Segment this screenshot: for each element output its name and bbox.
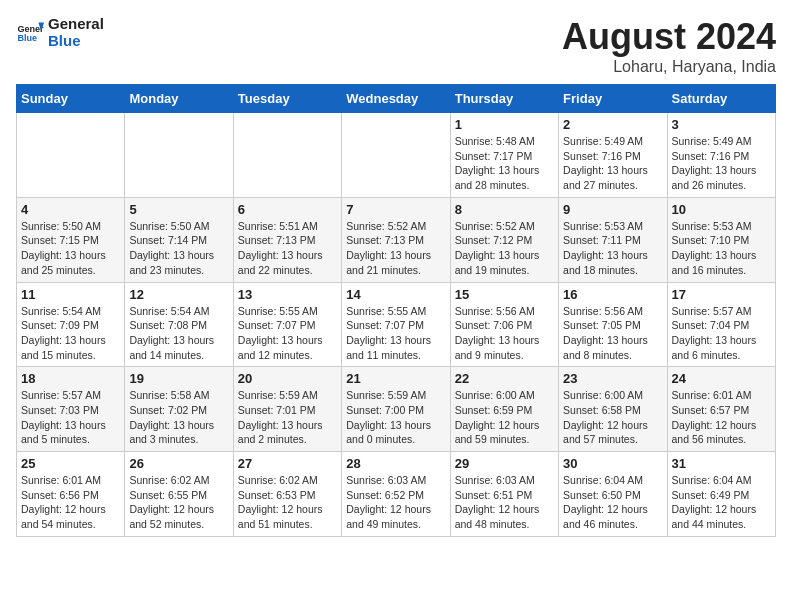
day-number: 1 — [455, 117, 554, 132]
calendar-subtitle: Loharu, Haryana, India — [562, 58, 776, 76]
logo-general-text: General — [48, 16, 104, 33]
calendar-header: SundayMondayTuesdayWednesdayThursdayFrid… — [17, 85, 776, 113]
day-number: 29 — [455, 456, 554, 471]
day-number: 20 — [238, 371, 337, 386]
day-number: 14 — [346, 287, 445, 302]
header-wednesday: Wednesday — [342, 85, 450, 113]
day-number: 19 — [129, 371, 228, 386]
day-info: Sunrise: 6:01 AM Sunset: 6:56 PM Dayligh… — [21, 473, 120, 532]
day-info: Sunrise: 6:01 AM Sunset: 6:57 PM Dayligh… — [672, 388, 771, 447]
day-info: Sunrise: 6:04 AM Sunset: 6:50 PM Dayligh… — [563, 473, 662, 532]
logo-icon: General Blue — [16, 19, 44, 47]
calendar-table: SundayMondayTuesdayWednesdayThursdayFrid… — [16, 84, 776, 537]
day-cell: 14Sunrise: 5:55 AM Sunset: 7:07 PM Dayli… — [342, 282, 450, 367]
header-row: SundayMondayTuesdayWednesdayThursdayFrid… — [17, 85, 776, 113]
day-number: 8 — [455, 202, 554, 217]
day-info: Sunrise: 5:59 AM Sunset: 7:01 PM Dayligh… — [238, 388, 337, 447]
day-number: 5 — [129, 202, 228, 217]
day-info: Sunrise: 5:59 AM Sunset: 7:00 PM Dayligh… — [346, 388, 445, 447]
day-info: Sunrise: 5:51 AM Sunset: 7:13 PM Dayligh… — [238, 219, 337, 278]
logo: General Blue General Blue — [16, 16, 104, 49]
week-row-5: 25Sunrise: 6:01 AM Sunset: 6:56 PM Dayli… — [17, 452, 776, 537]
day-info: Sunrise: 5:57 AM Sunset: 7:04 PM Dayligh… — [672, 304, 771, 363]
header-sunday: Sunday — [17, 85, 125, 113]
header-monday: Monday — [125, 85, 233, 113]
day-info: Sunrise: 5:56 AM Sunset: 7:06 PM Dayligh… — [455, 304, 554, 363]
day-cell: 4Sunrise: 5:50 AM Sunset: 7:15 PM Daylig… — [17, 197, 125, 282]
day-cell: 22Sunrise: 6:00 AM Sunset: 6:59 PM Dayli… — [450, 367, 558, 452]
day-info: Sunrise: 5:49 AM Sunset: 7:16 PM Dayligh… — [563, 134, 662, 193]
week-row-3: 11Sunrise: 5:54 AM Sunset: 7:09 PM Dayli… — [17, 282, 776, 367]
day-cell: 26Sunrise: 6:02 AM Sunset: 6:55 PM Dayli… — [125, 452, 233, 537]
day-number: 30 — [563, 456, 662, 471]
day-cell: 28Sunrise: 6:03 AM Sunset: 6:52 PM Dayli… — [342, 452, 450, 537]
day-cell: 5Sunrise: 5:50 AM Sunset: 7:14 PM Daylig… — [125, 197, 233, 282]
day-number: 23 — [563, 371, 662, 386]
day-cell: 19Sunrise: 5:58 AM Sunset: 7:02 PM Dayli… — [125, 367, 233, 452]
day-number: 15 — [455, 287, 554, 302]
day-cell: 30Sunrise: 6:04 AM Sunset: 6:50 PM Dayli… — [559, 452, 667, 537]
day-info: Sunrise: 6:00 AM Sunset: 6:58 PM Dayligh… — [563, 388, 662, 447]
day-number: 24 — [672, 371, 771, 386]
day-info: Sunrise: 5:54 AM Sunset: 7:08 PM Dayligh… — [129, 304, 228, 363]
day-cell: 2Sunrise: 5:49 AM Sunset: 7:16 PM Daylig… — [559, 113, 667, 198]
header-saturday: Saturday — [667, 85, 775, 113]
day-info: Sunrise: 6:02 AM Sunset: 6:53 PM Dayligh… — [238, 473, 337, 532]
day-number: 2 — [563, 117, 662, 132]
day-info: Sunrise: 5:55 AM Sunset: 7:07 PM Dayligh… — [346, 304, 445, 363]
day-cell: 20Sunrise: 5:59 AM Sunset: 7:01 PM Dayli… — [233, 367, 341, 452]
day-number: 18 — [21, 371, 120, 386]
day-info: Sunrise: 6:03 AM Sunset: 6:51 PM Dayligh… — [455, 473, 554, 532]
day-number: 7 — [346, 202, 445, 217]
day-info: Sunrise: 5:52 AM Sunset: 7:12 PM Dayligh… — [455, 219, 554, 278]
day-number: 3 — [672, 117, 771, 132]
day-info: Sunrise: 5:50 AM Sunset: 7:15 PM Dayligh… — [21, 219, 120, 278]
day-cell: 21Sunrise: 5:59 AM Sunset: 7:00 PM Dayli… — [342, 367, 450, 452]
day-number: 6 — [238, 202, 337, 217]
day-number: 21 — [346, 371, 445, 386]
day-info: Sunrise: 5:58 AM Sunset: 7:02 PM Dayligh… — [129, 388, 228, 447]
day-cell: 8Sunrise: 5:52 AM Sunset: 7:12 PM Daylig… — [450, 197, 558, 282]
day-info: Sunrise: 5:56 AM Sunset: 7:05 PM Dayligh… — [563, 304, 662, 363]
logo-blue-text: Blue — [48, 33, 104, 50]
day-info: Sunrise: 5:50 AM Sunset: 7:14 PM Dayligh… — [129, 219, 228, 278]
day-cell — [125, 113, 233, 198]
day-cell: 31Sunrise: 6:04 AM Sunset: 6:49 PM Dayli… — [667, 452, 775, 537]
day-cell: 17Sunrise: 5:57 AM Sunset: 7:04 PM Dayli… — [667, 282, 775, 367]
day-cell: 13Sunrise: 5:55 AM Sunset: 7:07 PM Dayli… — [233, 282, 341, 367]
week-row-4: 18Sunrise: 5:57 AM Sunset: 7:03 PM Dayli… — [17, 367, 776, 452]
day-number: 31 — [672, 456, 771, 471]
day-number: 25 — [21, 456, 120, 471]
header-tuesday: Tuesday — [233, 85, 341, 113]
day-cell: 6Sunrise: 5:51 AM Sunset: 7:13 PM Daylig… — [233, 197, 341, 282]
day-cell: 16Sunrise: 5:56 AM Sunset: 7:05 PM Dayli… — [559, 282, 667, 367]
day-info: Sunrise: 5:54 AM Sunset: 7:09 PM Dayligh… — [21, 304, 120, 363]
day-cell: 1Sunrise: 5:48 AM Sunset: 7:17 PM Daylig… — [450, 113, 558, 198]
day-cell: 15Sunrise: 5:56 AM Sunset: 7:06 PM Dayli… — [450, 282, 558, 367]
day-number: 9 — [563, 202, 662, 217]
day-cell: 3Sunrise: 5:49 AM Sunset: 7:16 PM Daylig… — [667, 113, 775, 198]
day-number: 16 — [563, 287, 662, 302]
header-thursday: Thursday — [450, 85, 558, 113]
day-cell — [342, 113, 450, 198]
day-info: Sunrise: 5:48 AM Sunset: 7:17 PM Dayligh… — [455, 134, 554, 193]
day-cell: 27Sunrise: 6:02 AM Sunset: 6:53 PM Dayli… — [233, 452, 341, 537]
day-cell: 12Sunrise: 5:54 AM Sunset: 7:08 PM Dayli… — [125, 282, 233, 367]
day-number: 28 — [346, 456, 445, 471]
day-info: Sunrise: 5:55 AM Sunset: 7:07 PM Dayligh… — [238, 304, 337, 363]
day-number: 22 — [455, 371, 554, 386]
svg-text:Blue: Blue — [17, 33, 37, 43]
day-cell: 9Sunrise: 5:53 AM Sunset: 7:11 PM Daylig… — [559, 197, 667, 282]
day-cell: 10Sunrise: 5:53 AM Sunset: 7:10 PM Dayli… — [667, 197, 775, 282]
day-info: Sunrise: 6:00 AM Sunset: 6:59 PM Dayligh… — [455, 388, 554, 447]
day-cell — [17, 113, 125, 198]
day-info: Sunrise: 5:57 AM Sunset: 7:03 PM Dayligh… — [21, 388, 120, 447]
week-row-2: 4Sunrise: 5:50 AM Sunset: 7:15 PM Daylig… — [17, 197, 776, 282]
day-number: 13 — [238, 287, 337, 302]
day-cell — [233, 113, 341, 198]
day-info: Sunrise: 6:04 AM Sunset: 6:49 PM Dayligh… — [672, 473, 771, 532]
day-number: 12 — [129, 287, 228, 302]
day-cell: 18Sunrise: 5:57 AM Sunset: 7:03 PM Dayli… — [17, 367, 125, 452]
day-info: Sunrise: 5:53 AM Sunset: 7:10 PM Dayligh… — [672, 219, 771, 278]
day-cell: 11Sunrise: 5:54 AM Sunset: 7:09 PM Dayli… — [17, 282, 125, 367]
